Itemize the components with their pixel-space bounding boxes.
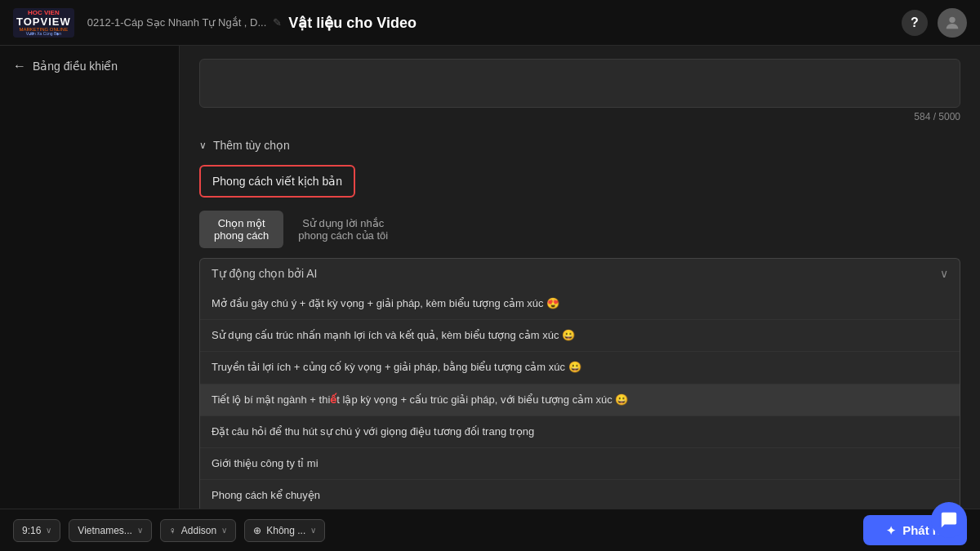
dropdown-item-6[interactable]: Giới thiệu công ty tỉ mi <box>200 448 960 480</box>
additional-options-label: Thêm tùy chọn <box>213 139 290 152</box>
language-chevron-icon: ∨ <box>137 526 143 535</box>
logo: HOC VIEN TOPVIEW MARKETING ONLINE Vươn X… <box>13 8 74 38</box>
language-label: Vietnames... <box>78 525 131 536</box>
settings-chevron-icon: ∨ <box>310 526 316 535</box>
settings-icon: ⊕ <box>253 525 261 536</box>
header-actions: ? <box>902 8 967 38</box>
publish-icon: ✦ <box>886 524 896 537</box>
dropdown-item-3[interactable]: Truyền tải lợi ích + củng cố kỳ vọng + g… <box>200 352 960 384</box>
breadcrumb-current-page: Vật liệu cho Video <box>288 14 416 32</box>
script-style-label: Phong cách viết kịch bản <box>212 175 342 188</box>
back-label: Bảng điều khiển <box>33 60 118 73</box>
sidebar: ← Bảng điều khiển <box>0 46 180 509</box>
content-area: 584 / 5000 ∨ Thêm tùy chọn Phong cách vi… <box>180 46 980 509</box>
back-button[interactable]: ← Bảng điều khiển <box>13 59 118 73</box>
footer-bar: 9:16 ∨ Vietnames... ∨ ♀ Addison ∨ ⊕ Khôn… <box>0 509 980 551</box>
additional-options-toggle[interactable]: ∨ Thêm tùy chọn <box>199 139 960 152</box>
script-text-area[interactable] <box>199 59 960 108</box>
voice-gender-icon: ♀ <box>169 525 176 536</box>
breadcrumb: 0212-1-Cáp Sạc Nhanh Tự Ngắt , D... ✎ Vậ… <box>87 14 902 32</box>
dropdown-item-4[interactable]: Tiết lộ bí mật ngành + thiết lập kỳ vọng… <box>200 384 960 416</box>
breadcrumb-separator: ✎ <box>273 16 282 29</box>
dropdown-item-1[interactable]: Mở đầu gây chú ý + đặt kỳ vọng + giải ph… <box>200 288 960 320</box>
avatar[interactable] <box>938 8 967 38</box>
language-select[interactable]: Vietnames... ∨ <box>69 519 151 542</box>
dropdown-item-2[interactable]: Sử dụng cấu trúc nhấn mạnh lợi ích và kế… <box>200 320 960 352</box>
svg-point-0 <box>949 16 955 22</box>
time-chevron-icon: ∨ <box>46 526 51 535</box>
logo-area: HOC VIEN TOPVIEW MARKETING ONLINE Vươn X… <box>13 8 74 38</box>
tab-choose-style[interactable]: Chọn mộtphong cách <box>199 211 283 248</box>
style-dropdown: Tự động chọn bởi AI ∨ Mở đầu gây chú ý +… <box>199 258 960 509</box>
dropdown-list: Mở đầu gây chú ý + đặt kỳ vọng + giải ph… <box>199 288 960 509</box>
dropdown-chevron-icon: ∨ <box>940 267 948 280</box>
breadcrumb-project-title: 0212-1-Cáp Sạc Nhanh Tự Ngắt , D... <box>87 16 267 29</box>
time-label: 9:16 <box>22 525 41 536</box>
text-area-container: 584 / 5000 <box>180 46 980 132</box>
dropdown-selected-value[interactable]: Tự động chọn bởi AI ∨ <box>199 258 960 288</box>
logo-sub2-text: Vươn Xa Cùng Bạn <box>26 32 61 36</box>
dropdown-placeholder-text: Tự động chọn bởi AI <box>212 267 317 280</box>
logo-topview-text: TOPVIEW <box>16 16 71 27</box>
app-header: HOC VIEN TOPVIEW MARKETING ONLINE Vươn X… <box>0 0 980 46</box>
help-button[interactable]: ? <box>902 10 928 36</box>
voice-chevron-icon: ∨ <box>221 526 227 535</box>
time-select[interactable]: 9:16 ∨ <box>13 519 60 542</box>
char-count: 584 / 5000 <box>199 108 960 126</box>
script-style-label-box: Phong cách viết kịch bản <box>199 165 355 198</box>
settings-select[interactable]: ⊕ Không ... ∨ <box>244 519 325 542</box>
voice-select[interactable]: ♀ Addison ∨ <box>160 519 236 542</box>
tab-use-prompt[interactable]: Sử dụng lời nhắcphong cách của tôi <box>283 211 403 248</box>
dropdown-item-7[interactable]: Phong cách kể chuyện <box>200 480 960 509</box>
dropdown-item-5[interactable]: Đặt câu hỏi để thu hút sự chú ý với giọn… <box>200 416 960 448</box>
back-arrow-icon: ← <box>13 59 26 73</box>
main-layout: ← Bảng điều khiển 584 / 5000 ∨ Thêm tùy … <box>0 46 980 509</box>
voice-label: Addison <box>181 525 216 536</box>
toggle-chevron-icon: ∨ <box>199 140 207 151</box>
chat-support-button[interactable] <box>931 502 967 538</box>
style-tabs: Chọn mộtphong cách Sử dụng lời nhắcphong… <box>199 211 960 248</box>
additional-options-section: ∨ Thêm tùy chọn Phong cách viết kịch bản… <box>180 132 980 509</box>
settings-label: Không ... <box>266 525 305 536</box>
